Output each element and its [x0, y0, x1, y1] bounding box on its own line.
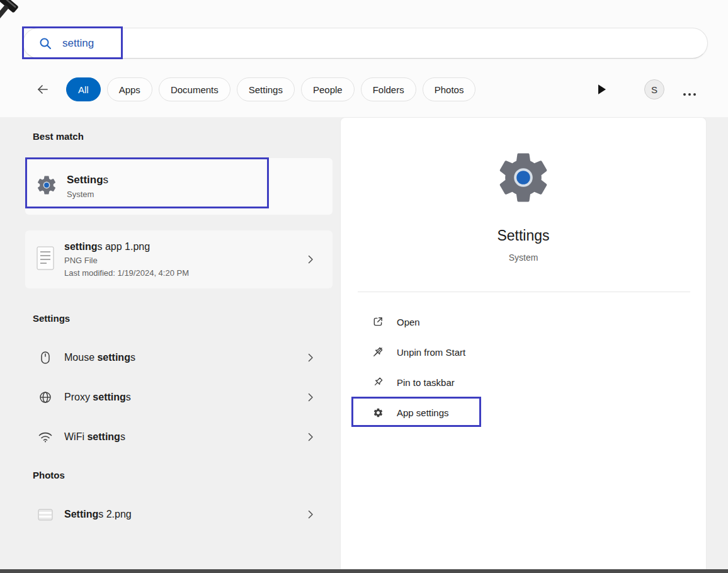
hammer-icon — [0, 0, 31, 31]
best-match-title: Settings — [67, 174, 108, 186]
preview-panel: Settings System Open Unpin from Start P — [340, 117, 707, 569]
result-label: Settings 2.png — [64, 509, 132, 520]
tab-apps[interactable]: Apps — [107, 77, 152, 101]
action-app-settings[interactable]: App settings — [358, 397, 688, 428]
chevron-right-icon[interactable] — [307, 432, 314, 442]
result-settings-2-png[interactable]: Settings 2.png — [25, 499, 333, 530]
file-result-title: settings app 1.png — [64, 241, 150, 252]
image-file-icon — [38, 509, 53, 521]
search-query-text: setting — [62, 37, 94, 50]
preview-subtitle: System — [341, 252, 706, 263]
wifi-icon — [38, 432, 53, 443]
chevron-right-icon[interactable] — [307, 509, 314, 519]
action-label: Unpin from Start — [397, 347, 465, 358]
open-icon — [371, 316, 385, 327]
file-modified: Last modified: 1/19/2024, 4:20 PM — [64, 268, 189, 278]
tab-photos[interactable]: Photos — [423, 77, 476, 101]
back-button[interactable] — [35, 82, 50, 97]
action-label: App settings — [397, 407, 449, 418]
tab-people[interactable]: People — [301, 77, 355, 101]
best-match-heading: Best match — [33, 131, 84, 142]
result-label: WiFi settings — [64, 431, 125, 443]
divider — [358, 292, 690, 292]
globe-icon — [38, 391, 53, 404]
action-unpin-from-start[interactable]: Unpin from Start — [358, 337, 688, 367]
unpin-icon — [371, 346, 385, 358]
search-flyout: setting All Apps Documents Settings Peop… — [0, 0, 728, 573]
settings-app-icon-large — [493, 147, 554, 210]
result-proxy-settings[interactable]: Proxy settings — [25, 382, 333, 412]
action-label: Open — [397, 317, 420, 327]
gear-icon — [371, 407, 385, 418]
settings-section-heading: Settings — [33, 313, 70, 324]
tab-folders[interactable]: Folders — [361, 77, 416, 101]
preview-title: Settings — [341, 227, 706, 244]
chevron-right-icon[interactable] — [307, 392, 314, 402]
chevron-right-icon[interactable] — [307, 254, 314, 264]
back-arrow-icon — [35, 82, 50, 97]
result-label: Proxy settings — [64, 392, 131, 403]
best-match-subtitle: System — [67, 190, 108, 199]
search-icon — [38, 37, 52, 50]
png-file-icon — [35, 246, 55, 273]
tab-all[interactable]: All — [66, 77, 101, 101]
action-list: Open Unpin from Start Pin to taskbar App… — [358, 307, 688, 428]
pin-icon — [371, 377, 385, 388]
file-result-settings-app-1[interactable]: settings app 1.png PNG File Last modifie… — [25, 230, 333, 288]
best-match-result-settings[interactable]: Settings System — [25, 158, 333, 215]
result-mouse-settings[interactable]: Mouse settings — [25, 343, 333, 373]
chevron-right-icon[interactable] — [307, 353, 314, 363]
settings-app-icon — [35, 174, 58, 199]
taskbar-edge — [0, 569, 728, 573]
tab-documents[interactable]: Documents — [159, 77, 230, 101]
file-type: PNG File — [64, 256, 189, 265]
result-wifi-settings[interactable]: WiFi settings — [25, 422, 333, 452]
mouse-icon — [38, 351, 53, 364]
tab-settings[interactable]: Settings — [237, 77, 295, 101]
result-label: Mouse settings — [64, 352, 135, 363]
action-open[interactable]: Open — [358, 307, 688, 337]
photos-section-heading: Photos — [33, 470, 65, 480]
filter-bar: All Apps Documents Settings People Folde… — [0, 76, 728, 103]
action-label: Pin to taskbar — [397, 377, 455, 388]
action-pin-to-taskbar[interactable]: Pin to taskbar — [358, 367, 688, 397]
search-input[interactable]: setting — [23, 28, 708, 59]
